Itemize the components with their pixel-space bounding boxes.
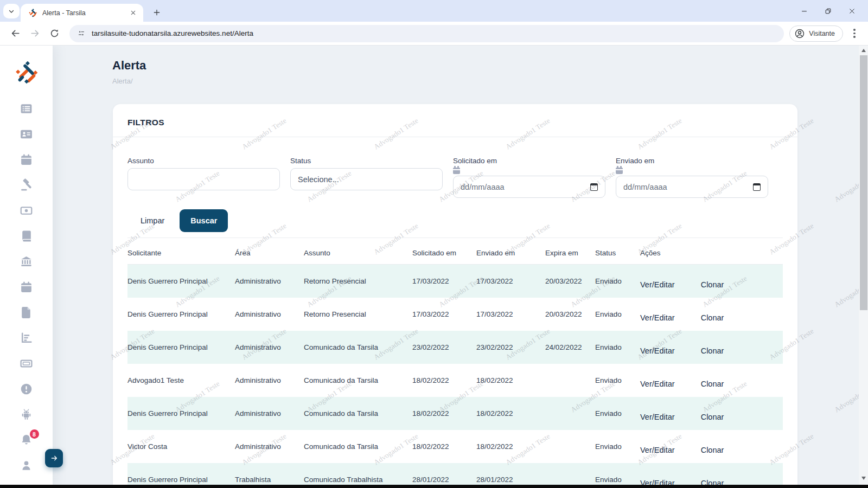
date-picker-icon[interactable] [590,183,598,191]
window-restore-button[interactable] [816,0,840,22]
person-icon [20,459,33,472]
ver-editar-link[interactable]: Ver/Editar [640,413,675,421]
sidebar-expand-button[interactable] [45,449,63,467]
window-minimize-button[interactable] [792,0,816,22]
assunto-field: Assunto [127,157,280,198]
date-placeholder: dd/mm/aaaa [623,183,667,191]
filters-title: FILTROS [113,104,797,127]
cell-solicitante: Denis Guerrero Principal [127,397,235,430]
sidebar-item-gavel[interactable] [20,178,34,192]
clonar-link[interactable]: Clonar [701,380,724,388]
url-bar[interactable]: tarsilasuite-tudonatarsila.azurewebsites… [69,25,784,42]
clonar-link[interactable]: Clonar [701,346,724,355]
cell-solicitante: Denis Guerrero Principal [127,331,235,364]
sidebar-item-chart[interactable] [20,331,34,345]
ver-editar-link[interactable]: Ver/Editar [640,346,675,355]
scrollbar-thumb[interactable] [860,55,867,310]
sidebar-item-bank[interactable] [20,255,34,268]
sidebar-item-agenda[interactable] [20,280,34,294]
ver-editar-link[interactable]: Ver/Editar [640,313,675,322]
ver-editar-link[interactable]: Ver/Editar [640,280,675,289]
sidebar-item-warning[interactable] [20,382,34,396]
date-picker-icon[interactable] [753,183,761,191]
cell-expira_em [545,364,595,397]
column-header: Solicitado em [412,238,476,265]
cell-status: Enviado [595,298,640,331]
divider [113,137,797,137]
cell-enviado_em: 28/01/2022 [476,463,545,485]
cell-assunto: Comunicado da Tarsila [304,430,412,463]
tab-close-icon[interactable] [128,8,138,18]
tab-list-chevron-button[interactable] [3,4,20,18]
solicitado-em-field: Solicitado em dd/mm/aaaa [453,157,605,198]
sidebar-item-document[interactable] [20,306,34,319]
cell-solicitante: Denis Guerrero Principal [127,298,235,331]
cell-enviado_em: 17/03/2022 [476,265,545,298]
new-tab-button[interactable] [150,5,164,20]
reload-button[interactable] [46,25,63,42]
clonar-link[interactable]: Clonar [701,479,724,485]
enviado-em-label: Enviado em [616,157,768,165]
cell-assunto: Comunicado Trabalhista [304,463,412,485]
page-header: Alerta Alerta/ [53,46,859,85]
clonar-link[interactable]: Clonar [701,446,724,454]
scrollbar-up-arrow[interactable] [859,46,868,55]
browser-window: Alerta - Tarsila [0,0,868,488]
browser-tab[interactable]: Alerta - Tarsila [21,4,143,22]
ver-editar-link[interactable]: Ver/Editar [640,446,675,454]
main-content: Alerta Alerta/ FILTROS Assunto Status Se… [53,46,859,485]
forward-button[interactable] [26,25,43,42]
bar-chart-icon [20,331,33,345]
cell-status: Enviado [595,463,640,485]
sidebar-item-payments[interactable] [20,204,34,217]
cell-solicitado_em: 23/02/2022 [412,331,476,364]
arrow-right-icon [50,454,59,463]
ver-editar-link[interactable]: Ver/Editar [640,479,675,485]
sidebar-item-contact-card[interactable] [20,127,34,141]
cell-expira_em [545,463,595,485]
cell-solicitado_em: 17/03/2022 [412,265,476,298]
clonar-link[interactable]: Clonar [701,313,724,322]
sidebar-item-ticket[interactable] [20,357,34,370]
sidebar-item-book[interactable] [20,229,34,243]
sidebar-item-notifications[interactable]: 8 [20,433,34,447]
cell-enviado_em: 23/02/2022 [476,331,545,364]
sidebar-item-list[interactable] [20,102,34,115]
vertical-scrollbar[interactable] [859,46,868,485]
filter-buttons: Limpar Buscar [113,209,797,232]
profile-chip[interactable]: Visitante [789,25,843,42]
book-icon [20,229,33,243]
sidebar-item-calendar[interactable] [20,153,34,166]
sidebar-item-profile[interactable] [20,459,34,472]
notification-badge: 8 [30,429,39,439]
breadcrumb: Alerta/ [112,77,859,85]
enviado-em-date-input[interactable]: dd/mm/aaaa [616,176,768,198]
chevron-down-icon [8,8,15,15]
browser-toolbar: tarsilasuite-tudonatarsila.azurewebsites… [0,22,868,46]
limpar-button[interactable]: Limpar [127,211,177,230]
clonar-link[interactable]: Clonar [701,413,724,421]
buscar-button[interactable]: Buscar [180,209,228,232]
browser-menu-icon[interactable] [847,25,861,42]
cell-enviado_em: 18/02/2022 [476,397,545,430]
column-header: Status [595,238,640,265]
column-header: Expira em [545,238,595,265]
calendar-icon [453,168,460,174]
gavel-icon [20,178,33,192]
status-label: Status [290,157,443,165]
clonar-link[interactable]: Clonar [701,280,724,289]
table-row: Victor CostaAdministrativoComunicado da … [127,430,783,463]
assunto-input[interactable] [127,168,280,190]
back-button[interactable] [7,25,24,42]
status-select[interactable]: Selecione... [290,168,443,190]
sidebar-item-android[interactable] [20,408,34,421]
assunto-label: Assunto [127,157,280,165]
window-close-button[interactable] [840,0,864,22]
ver-editar-link[interactable]: Ver/Editar [640,380,675,388]
cell-assunto: Retorno Presencial [304,265,412,298]
sidebar: 8 [0,46,53,485]
cell-area: Administrativo [235,397,304,430]
android-icon [20,408,33,421]
solicitado-em-date-input[interactable]: dd/mm/aaaa [453,176,605,198]
scrollbar-down-arrow[interactable] [859,474,868,483]
